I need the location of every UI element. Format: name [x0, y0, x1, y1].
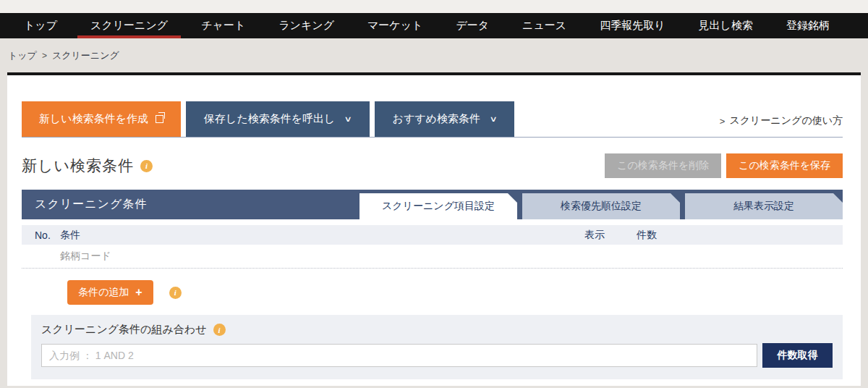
delete-condition-button[interactable]: この検索条件を削除: [605, 153, 721, 178]
create-new-condition-button[interactable]: 新しい検索条件を作成: [22, 101, 181, 137]
condition-table-header: No. 条件 表示 件数: [22, 225, 843, 245]
info-icon[interactable]: i: [213, 324, 226, 336]
nav-item-headline-search[interactable]: 見出し検索: [682, 13, 770, 38]
global-nav: トップ スクリーニング チャート ランキング マーケット データ ニュース 四季…: [0, 13, 868, 38]
column-header-count: 件数: [637, 229, 843, 242]
search-condition-toolbar: 新しい検索条件を作成 保存した検索条件を呼出し ∨ おすすめ検索条件 ∨ > ス…: [22, 101, 843, 138]
settings-tabs: スクリーニング項目設定 検索優先順位設定 結果表示設定: [359, 190, 843, 219]
combination-input-row: 件数取得: [41, 343, 833, 368]
load-saved-condition-button[interactable]: 保存した検索条件を呼出し ∨: [186, 101, 369, 137]
plus-icon: +: [135, 287, 142, 298]
page-title: 新しい検索条件: [22, 156, 134, 176]
nav-item-market[interactable]: マーケット: [351, 13, 439, 38]
chevron-down-icon: ∨: [344, 114, 352, 124]
combination-input[interactable]: [41, 344, 757, 367]
breadcrumb-item-top[interactable]: トップ: [8, 49, 37, 62]
column-header-no: No.: [35, 229, 60, 241]
screening-help-label: スクリーニングの使い方: [729, 114, 843, 127]
screening-condition-header: スクリーニング条件 スクリーニング項目設定 検索優先順位設定 結果表示設定: [22, 190, 843, 219]
nav-item-ranking[interactable]: ランキング: [262, 13, 351, 38]
main-panel: 新しい検索条件を作成 保存した検索条件を呼出し ∨ おすすめ検索条件 ∨ > ス…: [7, 72, 861, 386]
nav-item-shikiho-sakidori[interactable]: 四季報先取り: [583, 13, 681, 38]
nav-item-top[interactable]: トップ: [7, 13, 74, 38]
get-count-button[interactable]: 件数取得: [762, 343, 833, 368]
nav-item-data[interactable]: データ: [439, 13, 506, 38]
save-condition-button[interactable]: この検索条件を保存: [726, 153, 843, 178]
recommended-condition-button[interactable]: おすすめ検索条件 ∨: [375, 101, 514, 137]
screening-help-link[interactable]: > スクリーニングの使い方: [720, 114, 843, 137]
column-header-condition: 条件: [60, 229, 584, 242]
add-condition-label: 条件の追加: [78, 286, 129, 299]
screening-condition-title: スクリーニング条件: [22, 197, 147, 212]
row-condition-stock-code: 銘柄コード: [60, 250, 584, 263]
add-condition-button[interactable]: 条件の追加 +: [67, 280, 153, 305]
info-icon[interactable]: i: [140, 160, 153, 172]
combination-label-row: スクリーニング条件の組み合わせ i: [41, 323, 833, 337]
nav-item-chart[interactable]: チャート: [184, 13, 262, 38]
combination-label: スクリーニング条件の組み合わせ: [41, 323, 207, 337]
chevron-down-icon: ∨: [489, 114, 497, 124]
create-new-condition-label: 新しい検索条件を作成: [39, 112, 148, 126]
recommended-condition-label: おすすめ検索条件: [393, 112, 480, 126]
tab-search-priority-settings[interactable]: 検索優先順位設定: [522, 193, 680, 219]
new-window-icon: [156, 115, 163, 123]
title-row: 新しい検索条件 i この検索条件を削除 この検索条件を保存: [22, 153, 843, 178]
breadcrumb: トップ > スクリーニング: [0, 38, 868, 72]
info-icon[interactable]: i: [169, 287, 182, 299]
load-saved-condition-label: 保存した検索条件を呼出し: [204, 112, 335, 126]
breadcrumb-item-screening[interactable]: スクリーニング: [52, 49, 119, 62]
nav-item-screening[interactable]: スクリーニング: [74, 13, 184, 38]
add-condition-row: 条件の追加 + i: [22, 269, 843, 309]
tab-result-display-settings[interactable]: 結果表示設定: [685, 193, 843, 219]
top-strip: [0, 0, 868, 13]
tab-screening-item-settings[interactable]: スクリーニング項目設定: [359, 193, 517, 219]
column-header-show: 表示: [584, 229, 637, 242]
arrow-right-icon: >: [720, 116, 726, 127]
condition-combination-panel: スクリーニング条件の組み合わせ i 件数取得: [31, 315, 843, 379]
table-row: 銘柄コード: [22, 245, 843, 269]
nav-item-news[interactable]: ニュース: [506, 13, 583, 38]
nav-item-registered-stocks[interactable]: 登録銘柄: [770, 13, 846, 38]
breadcrumb-separator: >: [42, 51, 47, 61]
